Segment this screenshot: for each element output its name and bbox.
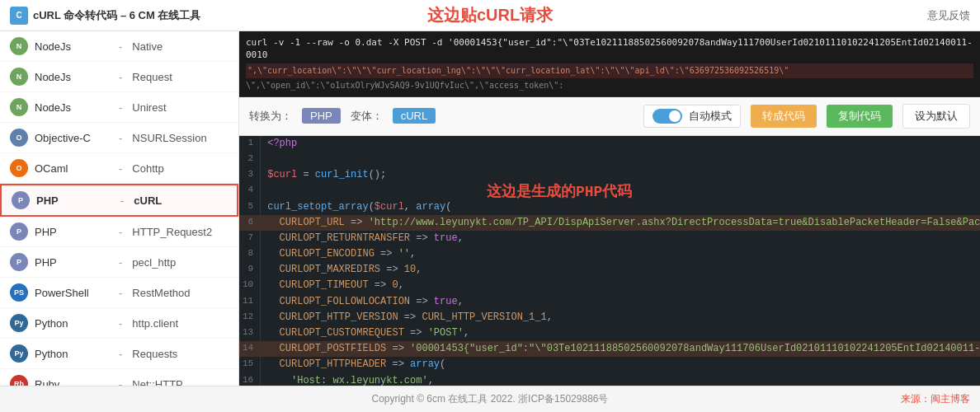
php-icon: P	[10, 253, 28, 271]
table-row: 3 $curl = curl_init();	[239, 167, 980, 183]
sidebar-lang: PHP	[36, 194, 111, 207]
table-row: 9 CURLOPT_MAXREDIRS => 10,	[239, 262, 980, 278]
sidebar-item-nodejs-native[interactable]: N NodeJs - Native	[0, 31, 238, 62]
table-row: 6 CURLOPT_URL => 'http://www.leyunykt.co…	[239, 215, 980, 231]
table-row: 5 curl_setopt_array($curl, array(	[239, 199, 980, 215]
ruby-icon: Rb	[10, 375, 28, 386]
powershell-icon: PS	[10, 283, 28, 302]
sidebar-lib: Cohttp	[132, 162, 163, 175]
convert-button[interactable]: 转成代码	[751, 105, 817, 128]
line-code: CURLOPT_TIMEOUT => 0,	[261, 278, 980, 293]
line-num: 14	[239, 341, 261, 357]
header-title: cURL 命令转代码 – 6 CM 在线工具	[33, 8, 200, 23]
line-num: 13	[239, 325, 261, 341]
sidebar-item-php-pecl[interactable]: P PHP - pecl_http	[0, 247, 238, 278]
footer-source: 来源：闽主博客	[901, 392, 970, 406]
main-layout: N NodeJs - Native N NodeJs - Request N N…	[0, 31, 980, 386]
line-num: 3	[239, 167, 261, 183]
url-line3: \",\"open_id\":\"o1utxOlryWJv5AQ9-9v1UQf…	[246, 80, 973, 91]
line-num: 15	[239, 357, 261, 372]
line-code: <?php	[261, 136, 980, 152]
sidebar-lib: Requests	[132, 348, 177, 360]
sidebar-lang: NodeJs	[35, 71, 109, 83]
logo-icon: C	[10, 7, 28, 25]
sidebar-lib: cURL	[134, 194, 162, 207]
sidebar-item-python-http[interactable]: Py Python - http.client	[0, 308, 238, 339]
content-area: curl -v -1 --raw -o 0.dat -X POST -d '00…	[239, 31, 980, 386]
sidebar-lib: Request	[132, 71, 172, 83]
line-code: CURLOPT_MAXREDIRS => 10,	[261, 262, 980, 278]
line-code	[261, 152, 980, 167]
auto-mode-toggle[interactable]	[653, 109, 682, 124]
sidebar-item-python-requests[interactable]: Py Python - Requests	[0, 339, 238, 369]
sidebar-item-php-http2[interactable]: P PHP - HTTP_Request2	[0, 217, 238, 247]
sidebar-item-ocaml[interactable]: O OCaml - Cohttp	[0, 153, 238, 184]
table-row: 12 CURLOPT_HTTP_VERSION => CURL_HTTP_VER…	[239, 310, 980, 325]
sidebar-lib: HTTP_Request2	[132, 226, 212, 238]
sidebar-item-nodejs-request[interactable]: N NodeJs - Request	[0, 62, 238, 92]
footer-icp: 浙ICP备15029886号	[518, 392, 608, 406]
sidebar-item-ruby[interactable]: Rb Ruby - Net::HTTP	[0, 369, 238, 386]
feedback-link[interactable]: 意见反馈	[927, 8, 970, 23]
sidebar-lib: Unirest	[132, 101, 166, 114]
header-center-text: 这边贴cURL请求	[427, 4, 553, 26]
table-row: 16 'Host: wx.leyunykt.com',	[239, 373, 980, 386]
sidebar-lang: NodeJs	[35, 101, 109, 114]
sidebar-lib: http.client	[132, 317, 178, 330]
sidebar-item-objc[interactable]: O Objective-C - NSURLSession	[0, 123, 238, 153]
header: C cURL 命令转代码 – 6 CM 在线工具 这边贴cURL请求 意见反馈	[0, 0, 980, 31]
footer-copyright: Copyright © 6cm 在线工具 2022.	[372, 392, 516, 406]
line-code: $curl = curl_init();	[261, 167, 980, 183]
copy-button[interactable]: 复制代码	[827, 105, 893, 128]
line-code: CURLOPT_CUSTOMREQUEST => 'POST',	[261, 325, 980, 341]
code-area: 这边是生成的PHP代码 1 <?php 2 3 $curl = curl_ini…	[239, 136, 980, 386]
sidebar-lib: RestMethod	[132, 287, 190, 299]
code-table: 1 <?php 2 3 $curl = curl_init(); 4	[239, 136, 980, 386]
line-code: 'Host: wx.leyunykt.com',	[261, 373, 980, 386]
line-code: curl_setopt_array($curl, array(	[261, 199, 980, 215]
footer: Copyright © 6cm 在线工具 2022. 浙ICP备15029886…	[0, 386, 980, 412]
php-lang-badge[interactable]: PHP	[302, 108, 341, 124]
sidebar-item-nodejs-unirest[interactable]: N NodeJs - Unirest	[0, 92, 238, 123]
sidebar-lang: NodeJs	[35, 40, 109, 53]
sidebar-lib: Net::HTTP	[132, 378, 182, 386]
line-code: CURLOPT_HTTPHEADER => array(	[261, 357, 980, 372]
sidebar-lib: NSURLSession	[132, 132, 206, 144]
sidebar-lang: PowerShell	[35, 287, 109, 299]
table-row: 7 CURLOPT_RETURNTRANSFER => true,	[239, 231, 980, 246]
sidebar-item-php-curl[interactable]: P PHP - cURL	[0, 184, 238, 217]
sidebar-lang: Objective-C	[35, 132, 109, 144]
sidebar: N NodeJs - Native N NodeJs - Request N N…	[0, 31, 239, 386]
sidebar-lang: Python	[35, 317, 109, 330]
sidebar-lib: Native	[132, 40, 163, 53]
sidebar-lang: PHP	[35, 256, 109, 269]
table-row: 15 CURLOPT_HTTPHEADER => array(	[239, 357, 980, 372]
convert-to-label: 转换为：	[249, 109, 292, 124]
sidebar-item-powershell[interactable]: PS PowerShell - RestMethod	[0, 278, 238, 308]
auto-mode-label: 自动模式	[689, 109, 732, 124]
table-row: 14 CURLOPT_POSTFIELDS => '00001453{"user…	[239, 341, 980, 357]
table-row: 11 CURLOPT_FOLLOWLOCATION => true,	[239, 294, 980, 310]
line-code: CURLOPT_POSTFIELDS => '00001453{"user_id…	[261, 341, 980, 357]
objc-icon: O	[10, 129, 28, 147]
nodejs-icon: N	[10, 68, 28, 86]
line-num: 12	[239, 310, 261, 325]
curl-var-badge[interactable]: cURL	[393, 108, 436, 124]
php-icon: P	[12, 191, 30, 209]
line-num: 10	[239, 278, 261, 293]
url-display[interactable]: curl -v -1 --raw -o 0.dat -X POST -d '00…	[239, 31, 980, 97]
line-num: 11	[239, 294, 261, 310]
table-row: 10 CURLOPT_TIMEOUT => 0,	[239, 278, 980, 293]
toolbar: 转换为： PHP 变体： cURL 自动模式 转成代码 复制代码 设为默认	[239, 97, 980, 136]
table-row: 1 <?php	[239, 136, 980, 152]
python-icon: Py	[10, 344, 28, 363]
table-row: 4	[239, 183, 980, 199]
default-button[interactable]: 设为默认	[902, 104, 970, 129]
table-row: 8 CURLOPT_ENCODING => '',	[239, 246, 980, 262]
header-logo: C cURL 命令转代码 – 6 CM 在线工具	[10, 7, 200, 25]
nodejs-icon: N	[10, 98, 28, 116]
auto-mode-toggle-group: 自动模式	[643, 105, 741, 128]
var-label: 变体：	[351, 109, 383, 124]
line-num: 2	[239, 152, 261, 167]
table-row: 13 CURLOPT_CUSTOMREQUEST => 'POST',	[239, 325, 980, 341]
